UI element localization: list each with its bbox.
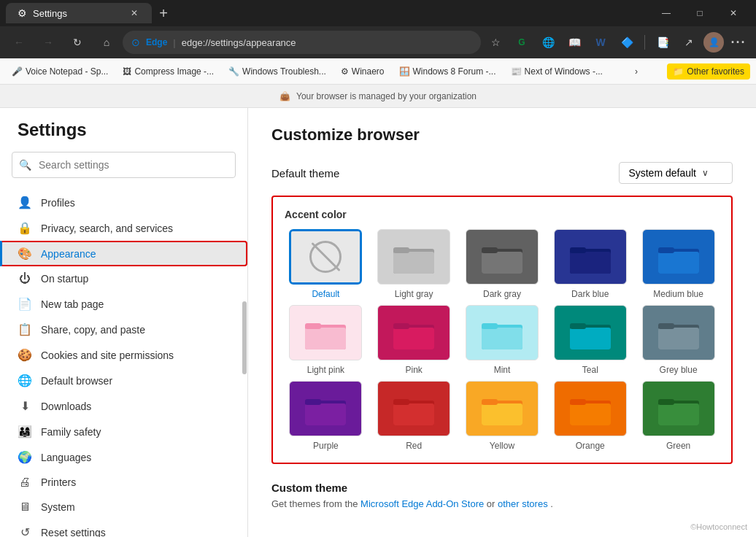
svg-rect-11 [658,247,674,253]
color-swatch-yellow[interactable]: Yellow [461,381,544,451]
bookmark-windows-troubleshoot[interactable]: 🔧 Windows Troublesh... [223,63,332,80]
back-button[interactable]: ← [6,29,32,55]
lightgray-folder [378,230,450,284]
swatch-label-mint: Mint [494,365,511,375]
sidebar-item-languages[interactable]: 🌍 Languages [0,444,247,470]
tab-close-button[interactable]: ✕ [128,7,140,19]
edge-extension-icon[interactable]: 🌐 [536,31,560,54]
svg-rect-37 [570,403,611,425]
sidebar-item-defaultbrowser[interactable]: 🌐 Default browser [0,368,247,393]
sidebar-item-family[interactable]: 👨‍👩‍👧 Family safety [0,419,247,444]
maximize-button[interactable]: □ [683,0,717,26]
minimize-button[interactable]: — [649,0,683,26]
svg-rect-31 [393,403,434,425]
default-theme-label: Default theme [271,167,619,179]
color-swatch-greyblue[interactable]: Grey blue [637,305,720,375]
svg-rect-22 [570,328,611,349]
swatch-box-orange [554,381,627,436]
sidebar-item-printers[interactable]: 🖨 Printers [0,470,247,495]
sidebar-item-share[interactable]: 📋 Share, copy, and paste [0,317,247,342]
custom-theme-text-prefix: Get themes from the [271,498,360,509]
forward-button[interactable]: → [35,29,61,55]
greyblue-folder [643,306,714,360]
star-icon[interactable]: ☆ [484,31,507,54]
color-swatch-darkblue[interactable]: Dark blue [549,229,631,299]
sidebar-item-system[interactable]: 🖥 System [0,495,247,519]
sidebar-item-label: System [41,501,75,513]
sidebar-item-newtab[interactable]: 📄 New tab page [0,291,247,317]
sidebar-item-privacy[interactable]: 🔒 Privacy, search, and services [0,215,247,241]
color-swatch-default[interactable]: Default [285,229,367,299]
word-icon[interactable]: W [589,31,612,54]
collections-icon[interactable]: 📑 [651,31,674,54]
color-swatch-green[interactable]: Green [637,381,720,451]
theme-dropdown-value: System default [628,167,696,179]
microsoft-edge-addon-store-link[interactable]: Microsoft Edge Add-On Store [360,498,484,509]
sidebar: Settings 🔍 👤 Profiles 🔒 Privacy, search,… [0,108,248,537]
color-swatch-purple[interactable]: Purple [285,381,367,451]
swatch-label-orange: Orange [576,441,605,451]
profile-avatar[interactable]: 👤 [703,32,724,53]
color-swatch-pink[interactable]: Pink [373,305,455,375]
svg-rect-5 [482,247,498,253]
color-swatch-mint[interactable]: Mint [461,305,544,375]
color-swatch-orange[interactable]: Orange [549,381,631,451]
folder-svg-lightpink [304,314,347,351]
bookmark-next-of-windows[interactable]: 📰 Next of Windows -... [505,63,609,80]
reading-icon[interactable]: 📖 [563,31,586,54]
home-button[interactable]: ⌂ [93,29,120,55]
search-settings-input[interactable] [12,152,236,178]
svg-rect-7 [570,252,611,274]
color-swatch-darkgray[interactable]: Dark gray [461,229,544,299]
refresh-button[interactable]: ↻ [64,29,90,55]
swatch-label-default: Default [312,289,339,299]
color-swatch-mediumblue[interactable]: Medium blue [637,229,720,299]
other-stores-link[interactable]: other stores [498,498,548,509]
color-swatch-red[interactable]: Red [373,381,455,451]
browser-tab[interactable]: ⚙ Settings ✕ [6,3,152,23]
bookmark-windows8-forum[interactable]: 🪟 Windows 8 Forum -... [393,63,502,80]
sidebar-item-profiles[interactable]: 👤 Profiles [0,190,247,215]
sidebar-item-cookies[interactable]: 🍪 Cookies and site permissions [0,342,247,368]
sidebar-item-label: Profiles [41,197,75,209]
sidebar-scrollbar-thumb[interactable] [242,301,247,374]
tab-favicon: ⚙ [18,7,27,19]
new-tab-button[interactable]: + [152,1,175,25]
color-swatch-teal[interactable]: Teal [549,305,631,375]
swatch-box-mint [466,305,539,360]
other-favorites[interactable]: 📁 Other favorites [667,63,750,80]
swatch-box-default [289,229,362,285]
address-bar[interactable]: ⊙ Edge | edge://settings/appearance [123,31,481,54]
sidebar-scrollbar-track[interactable] [242,108,247,537]
grammarly-icon[interactable]: G [510,31,533,54]
tab-title: Settings [33,8,67,19]
sidebar-item-downloads[interactable]: ⬇ Downloads [0,393,247,419]
theme-dropdown[interactable]: System default ∨ [619,162,733,184]
bookmark-label: Voice Notepad - Sp... [26,66,108,77]
sidebar-item-reset[interactable]: ↺ Reset settings [0,519,247,537]
swatch-label-pink: Pink [406,365,423,375]
share-icon[interactable]: ↗ [677,31,701,54]
sidebar-item-startup[interactable]: ⏻ On startup [0,266,247,291]
close-button[interactable]: ✕ [717,0,750,26]
bookmarks-more-button[interactable]: › [629,63,644,80]
bookmarks-bar: 🎤 Voice Notepad - Sp... 🖼 Compress Image… [0,58,756,85]
custom-theme-period: . [550,498,553,509]
sidebar-item-appearance[interactable]: 🎨 Appearance [0,241,247,266]
extension-icon[interactable]: 🔷 [615,31,639,54]
bookmark-winaero[interactable]: ⚙ Winaero [335,63,390,80]
nav-separator [644,35,645,50]
svg-rect-14 [305,323,321,329]
bookmark-voice-notepad[interactable]: 🎤 Voice Notepad - Sp... [6,63,114,80]
more-button[interactable]: ··· [727,31,750,54]
main-layout: Settings 🔍 👤 Profiles 🔒 Privacy, search,… [0,108,756,537]
color-swatch-lightpink[interactable]: Light pink [285,305,367,375]
managed-icon: 👜 [279,91,290,101]
svg-rect-2 [393,247,409,253]
sidebar-item-label: Printers [41,476,76,488]
bookmark-compress-image[interactable]: 🖼 Compress Image -... [117,63,220,80]
managed-notice-text: Your browser is managed by your organiza… [296,91,477,101]
title-bar: ⚙ Settings ✕ + — □ ✕ [0,0,756,26]
svg-rect-38 [570,399,586,405]
color-swatch-lightgray[interactable]: Light gray [373,229,455,299]
